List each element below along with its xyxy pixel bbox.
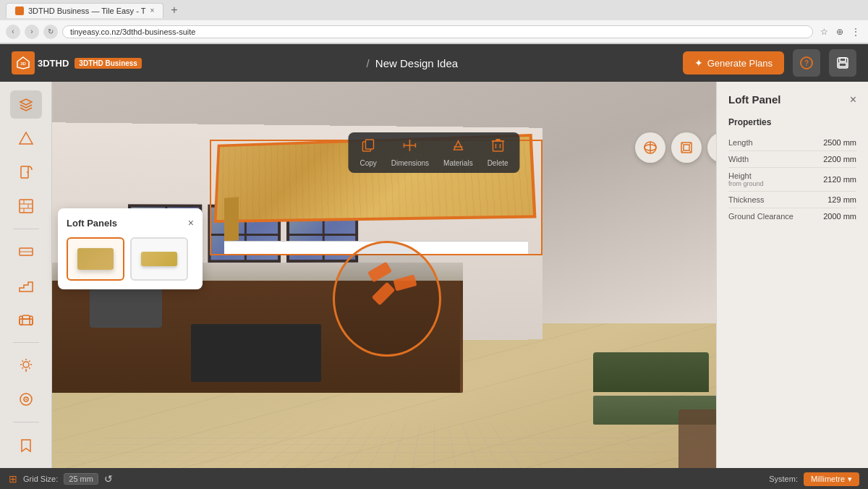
right-panel: Loft Panel × Properties Length 2500 mm W… bbox=[716, 82, 868, 468]
reset-grid-btn[interactable]: ↺ bbox=[104, 473, 113, 485]
sidebar-panel-btn[interactable] bbox=[10, 238, 42, 266]
width-property: Width 2200 mm bbox=[728, 151, 856, 168]
svg-rect-8 bbox=[365, 140, 373, 149]
loft-panel-type-1[interactable] bbox=[67, 237, 124, 281]
svg-rect-40 bbox=[20, 319, 33, 325]
tab-favicon bbox=[15, 7, 24, 15]
length-property: Length 2500 mm bbox=[728, 135, 856, 151]
title-separator: / bbox=[367, 57, 370, 69]
width-label: Width bbox=[728, 155, 823, 163]
address-bar: ‹ › ↻ ☆ ⊕ ⋮ bbox=[0, 20, 868, 43]
sidebar-layers-btn[interactable] bbox=[10, 90, 42, 119]
materials-icon bbox=[451, 138, 465, 156]
svg-text:?: ? bbox=[804, 59, 809, 67]
logo: 3D 3DTHD bbox=[12, 51, 69, 75]
sidebar-divider-1 bbox=[13, 229, 39, 229]
length-label: Length bbox=[728, 138, 823, 147]
toolbar: Copy Dimensions bbox=[348, 132, 519, 173]
sidebar-staircase-btn[interactable] bbox=[10, 272, 42, 300]
browser-chrome: 3DTHD Business — Tile Easy - T × + ‹ › ↻… bbox=[0, 0, 868, 44]
design-name: New Design Idea bbox=[375, 57, 458, 69]
copy-label: Copy bbox=[359, 159, 376, 167]
properties-section: Properties Length 2500 mm Width 2200 mm … bbox=[728, 117, 856, 224]
ground-clearance-property: Ground Clearance 2000 mm bbox=[728, 208, 856, 224]
browser-tab[interactable]: 3DTHD Business — Tile Easy - T × bbox=[6, 3, 163, 18]
panel-title: Loft Panel bbox=[728, 93, 781, 106]
menu-icon[interactable]: ⋮ bbox=[849, 25, 862, 38]
sidebar-bookmark-btn[interactable] bbox=[10, 431, 42, 459]
logo-area: 3D 3DTHD 3DTHD Business bbox=[12, 51, 142, 75]
top-nav: 3D 3DTHD 3DTHD Business / New Design Ide… bbox=[0, 44, 868, 82]
sofa-back bbox=[593, 352, 709, 392]
popup-items bbox=[67, 237, 194, 281]
thickness-property: Thickness 129 mm bbox=[728, 192, 856, 208]
length-value: 2500 mm bbox=[823, 138, 856, 147]
nav-back-btn[interactable]: ‹ bbox=[6, 25, 20, 39]
popup-title: Loft Panels bbox=[67, 218, 117, 229]
system-label: System: bbox=[769, 475, 798, 483]
sidebar-shapes-btn[interactable] bbox=[10, 124, 42, 153]
panel-close-btn[interactable]: × bbox=[850, 94, 856, 106]
sidebar-wall-btn[interactable] bbox=[10, 192, 42, 220]
grid-size-value[interactable]: 25 mm bbox=[64, 473, 98, 485]
dimensions-icon bbox=[403, 138, 417, 156]
svg-rect-13 bbox=[493, 141, 503, 151]
tab-close-btn[interactable]: × bbox=[150, 7, 154, 14]
new-tab-btn[interactable]: + bbox=[166, 4, 182, 17]
dropdown-chevron-icon: ▾ bbox=[848, 475, 852, 484]
system-dropdown[interactable]: Millimetre ▾ bbox=[804, 472, 859, 486]
nav-forward-btn[interactable]: › bbox=[25, 25, 39, 39]
delete-tool[interactable]: Delete bbox=[488, 138, 509, 167]
design-title: / New Design Idea bbox=[150, 57, 674, 69]
panel-icon-2 bbox=[141, 252, 177, 266]
loft-panels-popup: Loft Panels × bbox=[58, 208, 203, 289]
copy-tool[interactable]: Copy bbox=[359, 138, 376, 167]
sidebar-measure-btn[interactable] bbox=[10, 386, 42, 414]
delete-icon bbox=[491, 138, 504, 156]
nav-refresh-btn[interactable]: ↻ bbox=[43, 25, 58, 39]
sidebar-door-btn[interactable] bbox=[10, 158, 42, 186]
bookmark-icon[interactable]: ☆ bbox=[817, 25, 830, 38]
materials-tool[interactable]: Materials bbox=[443, 138, 473, 167]
tab-bar: 3DTHD Business — Tile Easy - T × + bbox=[0, 0, 868, 20]
status-bar: ⊞ Grid Size: 25 mm ↺ System: Millimetre … bbox=[0, 468, 868, 489]
height-property: Height from ground 2120 mm bbox=[728, 168, 856, 192]
extensions-icon[interactable]: ⊕ bbox=[833, 25, 846, 38]
generate-plans-button[interactable]: ✦ Generate Plans bbox=[683, 51, 784, 75]
logo-text: 3DTHD bbox=[38, 58, 69, 69]
width-value: 2200 mm bbox=[823, 155, 856, 163]
save-button[interactable] bbox=[829, 49, 856, 77]
door-highlight-circle[interactable] bbox=[333, 241, 441, 357]
grid-size-icon: ⊞ bbox=[9, 473, 17, 485]
help-button[interactable]: ? bbox=[793, 49, 820, 77]
sidebar-divider-2 bbox=[13, 342, 39, 343]
sidebar-light-btn[interactable] bbox=[10, 352, 42, 380]
ground-clearance-label: Ground Clearance bbox=[728, 212, 823, 221]
perspective-view-btn[interactable] bbox=[671, 132, 702, 163]
thickness-value: 129 mm bbox=[827, 195, 856, 204]
orbit-view-btn[interactable] bbox=[635, 132, 665, 163]
ground-clearance-value: 2000 mm bbox=[823, 212, 856, 221]
height-value: 2120 mm bbox=[823, 175, 856, 184]
sidebar-sofa-btn[interactable] bbox=[10, 305, 42, 333]
svg-point-44 bbox=[23, 362, 29, 367]
materials-label: Materials bbox=[443, 159, 473, 167]
height-label: Height from ground bbox=[728, 171, 823, 187]
loft-panel-type-2[interactable] bbox=[130, 237, 188, 281]
dimensions-tool[interactable]: Dimensions bbox=[391, 138, 429, 167]
generate-icon: ✦ bbox=[694, 57, 703, 69]
svg-text:3D: 3D bbox=[20, 61, 26, 66]
svg-rect-32 bbox=[20, 200, 33, 213]
svg-marker-29 bbox=[20, 132, 33, 144]
thickness-label: Thickness bbox=[728, 195, 827, 204]
popup-close-btn[interactable]: × bbox=[188, 217, 194, 229]
left-sidebar bbox=[0, 82, 52, 468]
svg-rect-22 bbox=[684, 145, 689, 150]
svg-rect-6 bbox=[839, 63, 846, 67]
popup-header: Loft Panels × bbox=[67, 217, 194, 229]
app-container: 3D 3DTHD 3DTHD Business / New Design Ide… bbox=[0, 44, 868, 489]
panel-header: Loft Panel × bbox=[728, 93, 856, 106]
address-input[interactable] bbox=[62, 25, 813, 38]
dimensions-label: Dimensions bbox=[391, 159, 429, 167]
svg-point-31 bbox=[27, 171, 28, 173]
